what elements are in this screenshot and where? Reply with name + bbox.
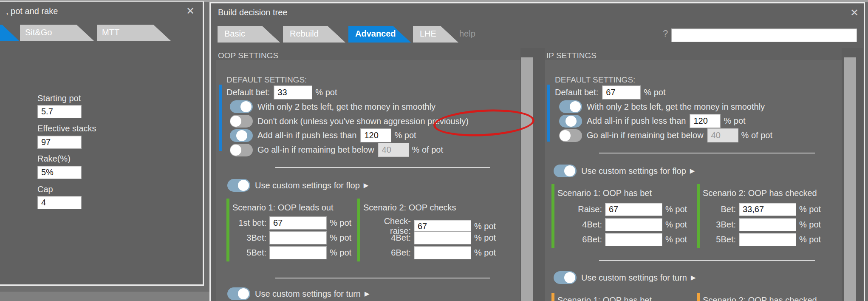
starting-pot-input[interactable] [37, 105, 82, 118]
ip-flop-custom-toggle[interactable] [554, 165, 577, 177]
raise-input[interactable] [605, 203, 662, 216]
toggle-knob [230, 116, 241, 127]
row-label: 3Bet: [232, 233, 266, 243]
dont-donk-toggle[interactable] [230, 115, 253, 128]
ip-flop-custom-label: Use custom settings for flop [581, 166, 686, 176]
oop-toggle-row-go-allin: Go all-in if remaining bet below % of po… [230, 143, 443, 157]
money-in-label: With only 2 bets left, get the money in … [587, 102, 765, 112]
add-allin-suffix: % pot [724, 116, 745, 126]
ip-settings-header: IP SETTINGS [546, 51, 597, 60]
tab-basic[interactable]: Basic [218, 26, 280, 43]
money-in-toggle[interactable] [230, 100, 253, 113]
oop-flop-custom-toggle[interactable] [227, 179, 250, 192]
tab-active-fragment[interactable] [0, 25, 20, 41]
ip-turn-custom-row: Use custom settings for turn ▶ [554, 270, 696, 285]
row-suffix: % pot [799, 235, 821, 244]
toggle-knob [238, 288, 249, 299]
ip-flop-custom-row: Use custom settings for flop ▶ [554, 163, 695, 179]
oop-turn-custom-row: Use custom settings for turn ▶ [227, 286, 370, 301]
oop-default-bet-row: Default bet: % pot [226, 85, 337, 100]
starting-pot-label: Starting pot [37, 94, 81, 103]
go-allin-toggle[interactable] [230, 144, 253, 156]
tab-sitandgo[interactable]: Sit&Go [20, 25, 94, 41]
oop-default-accent-bar [219, 85, 222, 151]
toggle-knob [564, 272, 575, 283]
arrow-right-icon[interactable]: ▶ [691, 274, 696, 281]
ip-turn-custom-toggle[interactable] [554, 271, 577, 284]
default-bet-suffix: % pot [315, 88, 337, 97]
ip-toggle-row-go-allin: Go all-in if remaining bet below % of po… [559, 128, 772, 142]
row-suffix: % pot [330, 248, 351, 258]
default-bet-label: Default bet: [226, 88, 270, 97]
close-icon[interactable]: ✕ [850, 8, 859, 18]
add-allin-suffix: % pot [394, 131, 416, 140]
ip-scrollbar-thumb[interactable] [844, 57, 856, 301]
oop-default-settings-label: DEFAULT SETTINGS: [226, 75, 307, 85]
check-raise-input[interactable] [414, 220, 471, 233]
oop-default-bet-input[interactable] [274, 85, 312, 99]
add-allin-toggle[interactable] [230, 129, 253, 142]
tab-advanced[interactable]: Advanced [348, 26, 411, 43]
scenario-row: 3Bet: % pot [232, 231, 351, 244]
toggle-knob [240, 101, 252, 112]
oop-turn-custom-toggle[interactable] [227, 287, 250, 300]
scenario-row: 3Bet: % pot [703, 218, 821, 231]
scenario-title: Scenario 1: OOP has bet [557, 295, 652, 301]
row-suffix: % pot [665, 220, 687, 230]
oop-toggle-row-add-allin: Add all-in if push less than % pot [230, 128, 416, 142]
fivebet-input[interactable] [269, 246, 327, 259]
row-label: 4Bet: [557, 220, 602, 230]
row-label: Bet: [703, 204, 736, 214]
money-in-label: With only 2 bets left, get the money in … [257, 102, 435, 112]
tab-rebuild[interactable]: Rebuild [283, 26, 345, 43]
scenario-accent-bar [697, 184, 700, 248]
oop-scrollbar-thumb[interactable] [521, 57, 533, 301]
fourbet-input[interactable] [605, 218, 662, 231]
go-allin-toggle[interactable] [559, 129, 582, 142]
arrow-right-icon[interactable]: ▶ [365, 290, 370, 298]
toggle-knob [230, 145, 241, 156]
first-bet-input[interactable] [269, 216, 327, 230]
row-label: 4Bet: [363, 233, 411, 243]
fivebet-input[interactable] [739, 233, 796, 246]
dialog-search-input[interactable] [671, 28, 857, 42]
cap-input[interactable] [37, 196, 82, 209]
help-link[interactable]: help [459, 29, 475, 39]
ip-toggle-row-add-allin: Add all-in if push less than % pot [559, 114, 746, 128]
scenario-row: 5Bet: % pot [703, 233, 821, 246]
sixbet-input[interactable] [414, 246, 471, 259]
fourbet-input[interactable] [414, 231, 471, 244]
scenario-row: 6Bet: % pot [557, 233, 687, 246]
oop-settings-header: OOP SETTINGS [218, 51, 278, 60]
question-mark-icon: ? [663, 28, 668, 39]
scenario-accent-bar [551, 293, 554, 301]
left-window-tabbar: Sit&Go MTT [0, 25, 204, 41]
default-bet-suffix: % pot [644, 88, 665, 97]
row-suffix: % pot [474, 233, 496, 243]
add-allin-toggle[interactable] [559, 115, 582, 128]
ip-default-bet-input[interactable] [602, 85, 641, 99]
pot-and-rake-window: , pot and rake ✕ Sit&Go MTT Starting pot… [0, 1, 204, 286]
toggle-knob [560, 130, 571, 141]
tab-lhe[interactable]: LHE [413, 26, 458, 43]
arrow-right-icon[interactable]: ▶ [690, 167, 695, 175]
effective-stacks-input[interactable] [37, 136, 82, 149]
separator [275, 167, 490, 168]
rake-label: Rake(%) [37, 154, 71, 164]
tab-mtt[interactable]: MTT [97, 25, 171, 41]
close-icon[interactable]: ✕ [186, 6, 195, 16]
oop-scenario-2-block: Scenario 2: OOP checks Check-raise: % po… [357, 199, 489, 261]
arrow-right-icon[interactable]: ▶ [364, 182, 369, 189]
rake-input[interactable] [37, 166, 82, 179]
row-label: 6Bet: [363, 248, 411, 258]
oop-add-allin-input[interactable] [360, 128, 391, 142]
sixbet-input[interactable] [605, 233, 662, 246]
ip-add-allin-input[interactable] [690, 114, 721, 128]
threebet-input[interactable] [739, 218, 796, 231]
money-in-toggle[interactable] [559, 100, 582, 113]
ip-default-bet-row: Default bet: % pot [555, 85, 665, 100]
bet-input[interactable] [739, 203, 796, 216]
row-label: 5Bet: [232, 248, 266, 258]
threebet-input[interactable] [269, 231, 327, 244]
oop-turn-custom-label: Use custom settings for turn [255, 289, 361, 299]
